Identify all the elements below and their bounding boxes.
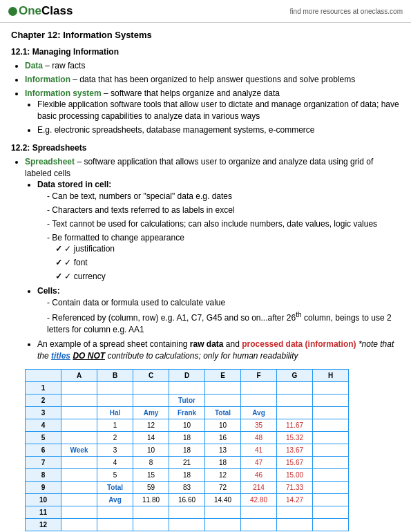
r6-d: 18	[169, 444, 205, 456]
r9-a	[61, 481, 97, 493]
r10-b: Avg	[97, 493, 133, 506]
table-row: 9 Total 59 83 72 214 71.33	[26, 481, 349, 493]
r11-b	[97, 506, 133, 518]
r12-e	[205, 518, 241, 531]
logo: OneClass	[8, 4, 73, 18]
r4-a	[61, 419, 97, 431]
r5-f: 48	[241, 431, 277, 444]
r12-g	[277, 518, 313, 531]
r4-b: 1	[97, 419, 133, 431]
r11-a	[61, 506, 97, 518]
r9-f: 214	[241, 481, 277, 493]
r12-b	[97, 518, 133, 531]
row-3-num: 3	[26, 406, 61, 419]
r1-c	[133, 381, 169, 394]
chapter-title: Chapter 12: Information Systems	[11, 30, 400, 40]
r7-a	[61, 456, 97, 468]
r2-a	[61, 394, 97, 406]
table-row: 3 Hal Amy Frank Total Avg	[26, 406, 349, 419]
titles-label: titles	[51, 351, 70, 361]
section-12-2-title: 12.2: Spreadsheets	[11, 143, 400, 153]
page-header: OneClass find more resources at oneclass…	[0, 0, 411, 23]
term-info-system: Information system	[25, 88, 102, 98]
data-stored-1: Can be text, numbers or "special" data e…	[47, 191, 400, 202]
row-8-num: 8	[26, 468, 61, 481]
r7-c: 8	[133, 456, 169, 468]
main-content: Chapter 12: Information Systems 12.1: Ma…	[0, 23, 411, 532]
r5-h	[313, 431, 349, 444]
r4-e: 10	[205, 419, 241, 431]
r4-g: 11.67	[277, 419, 313, 431]
table-row: 2 Tutor	[26, 394, 349, 406]
table-row: 4 1 12 10 10 35 11.67	[26, 419, 349, 431]
r11-c	[133, 506, 169, 518]
table-row: 12	[26, 518, 349, 531]
r9-b: Total	[97, 481, 133, 493]
definition-info-system: – software that helps organize and analy…	[104, 88, 280, 98]
data-stored-cell: Data stored in cell: Can be text, number…	[37, 179, 400, 282]
info-system-sub-list: Flexible application software tools that…	[37, 99, 400, 135]
r3-d: Frank	[169, 406, 205, 419]
r6-b: 3	[97, 444, 133, 456]
r4-c: 12	[133, 419, 169, 431]
r3-a	[61, 406, 97, 419]
r2-f	[241, 394, 277, 406]
table-row: 11	[26, 506, 349, 518]
info-system-sub-2: E.g. electronic spreadsheets, database m…	[37, 124, 400, 136]
r12-h	[313, 518, 349, 531]
col-header-h: H	[313, 369, 349, 381]
section-12-2-list: Spreadsheet – software application that …	[25, 156, 400, 362]
r5-b: 2	[97, 431, 133, 444]
data-stored-3: Text cannot be used for calculations; ca…	[47, 218, 400, 230]
r2-h	[313, 394, 349, 406]
col-header-empty	[26, 369, 61, 381]
data-stored-sub: Can be text, numbers or "special" data e…	[47, 191, 400, 283]
r6-g: 13.67	[277, 444, 313, 456]
r10-e: 14.40	[205, 493, 241, 506]
section-12-1-list: Data – raw facts Information – data that…	[25, 60, 400, 136]
col-header-g: G	[277, 369, 313, 381]
r7-b: 4	[97, 456, 133, 468]
list-item-info-system: Information system – software that helps…	[25, 88, 400, 136]
r12-f	[241, 518, 277, 531]
raw-data-label: raw data	[190, 339, 224, 349]
table-row: 1	[26, 381, 349, 394]
format-justification: ✓ justification	[55, 243, 400, 255]
r2-d: Tutor	[169, 394, 205, 406]
r4-h	[313, 419, 349, 431]
r1-h	[313, 381, 349, 394]
r3-c: Amy	[133, 406, 169, 419]
r1-f	[241, 381, 277, 394]
r10-c: 11.80	[133, 493, 169, 506]
r12-a	[61, 518, 97, 531]
col-header-b: B	[97, 369, 133, 381]
format-currency: ✓ currency	[55, 271, 400, 283]
r6-h	[313, 444, 349, 456]
definition-spreadsheet: – software application that allows user …	[25, 157, 373, 178]
r4-f: 35	[241, 419, 277, 431]
section-12-1-title: 12.1: Managing Information	[11, 47, 400, 57]
data-stored-2: Characters and texts referred to as labe…	[47, 205, 400, 216]
r7-g: 15.67	[277, 456, 313, 468]
data-stored-4: Be formatted to change appearance ✓ just…	[47, 232, 400, 283]
r6-f: 41	[241, 444, 277, 456]
note-cont: contribute to calculations; only for hum…	[105, 351, 298, 361]
cells-item: Cells: Contain data or formula used to c…	[37, 285, 400, 336]
r7-d: 21	[169, 456, 205, 468]
r5-c: 14	[133, 431, 169, 444]
r8-a	[61, 468, 97, 481]
term-information: Information	[25, 75, 70, 84]
r10-a	[61, 493, 97, 506]
logo-text: OneClass	[19, 4, 73, 18]
do-not-label: DO NOT	[73, 351, 105, 361]
format-sub: ✓ justification ✓ font ✓ currency	[55, 243, 400, 282]
r1-e	[205, 381, 241, 394]
example-item: An example of a spread sheet containing …	[37, 339, 400, 362]
r3-g	[277, 406, 313, 419]
cells-sub: Contain data or formula used to calculat…	[47, 297, 400, 336]
r3-f: Avg	[241, 406, 277, 419]
header-tagline: find more resources at oneclass.com	[290, 8, 403, 15]
r1-g	[277, 381, 313, 394]
r9-c: 59	[133, 481, 169, 493]
table-row: 8 5 15 18 12 46 15.00	[26, 468, 349, 481]
